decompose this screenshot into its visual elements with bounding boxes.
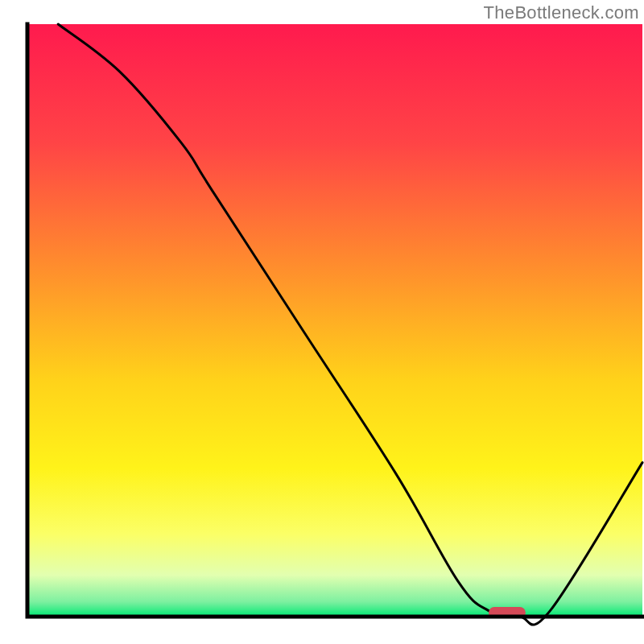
bottleneck-chart	[0, 0, 644, 644]
chart-container: { "watermark": "TheBottleneck.com", "cha…	[0, 0, 644, 644]
watermark-label: TheBottleneck.com	[484, 2, 639, 23]
plot-background	[27, 24, 642, 617]
